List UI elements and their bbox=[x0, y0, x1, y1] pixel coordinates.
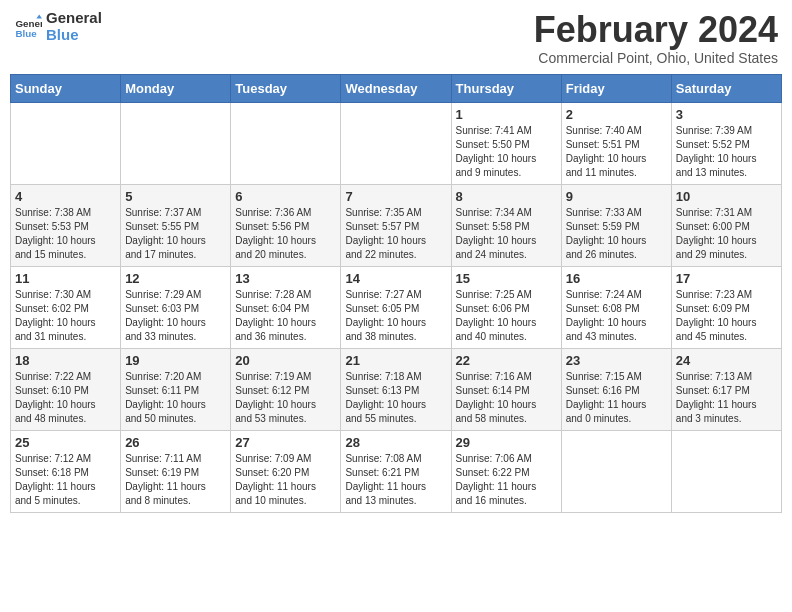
calendar-cell bbox=[341, 102, 451, 184]
day-number: 4 bbox=[15, 189, 116, 204]
day-number: 24 bbox=[676, 353, 777, 368]
calendar-cell: 5Sunrise: 7:37 AM Sunset: 5:55 PM Daylig… bbox=[121, 184, 231, 266]
day-number: 16 bbox=[566, 271, 667, 286]
calendar-cell: 28Sunrise: 7:08 AM Sunset: 6:21 PM Dayli… bbox=[341, 430, 451, 512]
week-row-4: 18Sunrise: 7:22 AM Sunset: 6:10 PM Dayli… bbox=[11, 348, 782, 430]
day-info: Sunrise: 7:33 AM Sunset: 5:59 PM Dayligh… bbox=[566, 206, 667, 262]
day-number: 10 bbox=[676, 189, 777, 204]
day-number: 8 bbox=[456, 189, 557, 204]
week-row-5: 25Sunrise: 7:12 AM Sunset: 6:18 PM Dayli… bbox=[11, 430, 782, 512]
calendar-cell: 15Sunrise: 7:25 AM Sunset: 6:06 PM Dayli… bbox=[451, 266, 561, 348]
day-info: Sunrise: 7:34 AM Sunset: 5:58 PM Dayligh… bbox=[456, 206, 557, 262]
day-info: Sunrise: 7:31 AM Sunset: 6:00 PM Dayligh… bbox=[676, 206, 777, 262]
weekday-header-friday: Friday bbox=[561, 74, 671, 102]
calendar-cell: 24Sunrise: 7:13 AM Sunset: 6:17 PM Dayli… bbox=[671, 348, 781, 430]
day-info: Sunrise: 7:08 AM Sunset: 6:21 PM Dayligh… bbox=[345, 452, 446, 508]
day-info: Sunrise: 7:15 AM Sunset: 6:16 PM Dayligh… bbox=[566, 370, 667, 426]
day-info: Sunrise: 7:19 AM Sunset: 6:12 PM Dayligh… bbox=[235, 370, 336, 426]
title-block: February 2024 Commercial Point, Ohio, Un… bbox=[534, 10, 778, 66]
calendar-cell: 3Sunrise: 7:39 AM Sunset: 5:52 PM Daylig… bbox=[671, 102, 781, 184]
week-row-3: 11Sunrise: 7:30 AM Sunset: 6:02 PM Dayli… bbox=[11, 266, 782, 348]
day-number: 15 bbox=[456, 271, 557, 286]
day-number: 12 bbox=[125, 271, 226, 286]
day-number: 27 bbox=[235, 435, 336, 450]
day-number: 11 bbox=[15, 271, 116, 286]
calendar-cell bbox=[561, 430, 671, 512]
calendar-cell: 11Sunrise: 7:30 AM Sunset: 6:02 PM Dayli… bbox=[11, 266, 121, 348]
calendar-cell: 25Sunrise: 7:12 AM Sunset: 6:18 PM Dayli… bbox=[11, 430, 121, 512]
day-number: 22 bbox=[456, 353, 557, 368]
day-info: Sunrise: 7:39 AM Sunset: 5:52 PM Dayligh… bbox=[676, 124, 777, 180]
weekday-header-sunday: Sunday bbox=[11, 74, 121, 102]
day-info: Sunrise: 7:09 AM Sunset: 6:20 PM Dayligh… bbox=[235, 452, 336, 508]
day-info: Sunrise: 7:12 AM Sunset: 6:18 PM Dayligh… bbox=[15, 452, 116, 508]
day-info: Sunrise: 7:18 AM Sunset: 6:13 PM Dayligh… bbox=[345, 370, 446, 426]
day-number: 3 bbox=[676, 107, 777, 122]
calendar-cell: 1Sunrise: 7:41 AM Sunset: 5:50 PM Daylig… bbox=[451, 102, 561, 184]
calendar-cell: 12Sunrise: 7:29 AM Sunset: 6:03 PM Dayli… bbox=[121, 266, 231, 348]
calendar-cell: 17Sunrise: 7:23 AM Sunset: 6:09 PM Dayli… bbox=[671, 266, 781, 348]
day-number: 2 bbox=[566, 107, 667, 122]
day-info: Sunrise: 7:11 AM Sunset: 6:19 PM Dayligh… bbox=[125, 452, 226, 508]
day-number: 19 bbox=[125, 353, 226, 368]
calendar-cell bbox=[671, 430, 781, 512]
day-number: 28 bbox=[345, 435, 446, 450]
day-info: Sunrise: 7:25 AM Sunset: 6:06 PM Dayligh… bbox=[456, 288, 557, 344]
calendar-cell: 26Sunrise: 7:11 AM Sunset: 6:19 PM Dayli… bbox=[121, 430, 231, 512]
day-number: 1 bbox=[456, 107, 557, 122]
week-row-2: 4Sunrise: 7:38 AM Sunset: 5:53 PM Daylig… bbox=[11, 184, 782, 266]
svg-text:Blue: Blue bbox=[15, 27, 37, 38]
calendar-cell bbox=[231, 102, 341, 184]
calendar-cell: 6Sunrise: 7:36 AM Sunset: 5:56 PM Daylig… bbox=[231, 184, 341, 266]
day-number: 26 bbox=[125, 435, 226, 450]
day-info: Sunrise: 7:36 AM Sunset: 5:56 PM Dayligh… bbox=[235, 206, 336, 262]
day-number: 29 bbox=[456, 435, 557, 450]
day-number: 25 bbox=[15, 435, 116, 450]
logo-general: General bbox=[46, 10, 102, 27]
location-subtitle: Commercial Point, Ohio, United States bbox=[534, 50, 778, 66]
page-header: General Blue General Blue February 2024 … bbox=[10, 10, 782, 66]
week-row-1: 1Sunrise: 7:41 AM Sunset: 5:50 PM Daylig… bbox=[11, 102, 782, 184]
calendar-cell: 9Sunrise: 7:33 AM Sunset: 5:59 PM Daylig… bbox=[561, 184, 671, 266]
month-year-title: February 2024 bbox=[534, 10, 778, 50]
calendar-cell bbox=[121, 102, 231, 184]
calendar-cell: 14Sunrise: 7:27 AM Sunset: 6:05 PM Dayli… bbox=[341, 266, 451, 348]
weekday-header-saturday: Saturday bbox=[671, 74, 781, 102]
day-number: 7 bbox=[345, 189, 446, 204]
calendar-cell: 13Sunrise: 7:28 AM Sunset: 6:04 PM Dayli… bbox=[231, 266, 341, 348]
calendar-cell: 16Sunrise: 7:24 AM Sunset: 6:08 PM Dayli… bbox=[561, 266, 671, 348]
calendar-cell: 8Sunrise: 7:34 AM Sunset: 5:58 PM Daylig… bbox=[451, 184, 561, 266]
day-info: Sunrise: 7:24 AM Sunset: 6:08 PM Dayligh… bbox=[566, 288, 667, 344]
calendar-cell: 20Sunrise: 7:19 AM Sunset: 6:12 PM Dayli… bbox=[231, 348, 341, 430]
day-info: Sunrise: 7:20 AM Sunset: 6:11 PM Dayligh… bbox=[125, 370, 226, 426]
day-number: 17 bbox=[676, 271, 777, 286]
day-info: Sunrise: 7:06 AM Sunset: 6:22 PM Dayligh… bbox=[456, 452, 557, 508]
calendar-cell: 19Sunrise: 7:20 AM Sunset: 6:11 PM Dayli… bbox=[121, 348, 231, 430]
weekday-header-monday: Monday bbox=[121, 74, 231, 102]
day-info: Sunrise: 7:41 AM Sunset: 5:50 PM Dayligh… bbox=[456, 124, 557, 180]
weekday-header-row: SundayMondayTuesdayWednesdayThursdayFrid… bbox=[11, 74, 782, 102]
day-info: Sunrise: 7:13 AM Sunset: 6:17 PM Dayligh… bbox=[676, 370, 777, 426]
day-info: Sunrise: 7:22 AM Sunset: 6:10 PM Dayligh… bbox=[15, 370, 116, 426]
calendar-cell: 22Sunrise: 7:16 AM Sunset: 6:14 PM Dayli… bbox=[451, 348, 561, 430]
day-number: 5 bbox=[125, 189, 226, 204]
calendar-cell: 21Sunrise: 7:18 AM Sunset: 6:13 PM Dayli… bbox=[341, 348, 451, 430]
day-info: Sunrise: 7:23 AM Sunset: 6:09 PM Dayligh… bbox=[676, 288, 777, 344]
calendar-cell: 27Sunrise: 7:09 AM Sunset: 6:20 PM Dayli… bbox=[231, 430, 341, 512]
weekday-header-wednesday: Wednesday bbox=[341, 74, 451, 102]
calendar-cell: 18Sunrise: 7:22 AM Sunset: 6:10 PM Dayli… bbox=[11, 348, 121, 430]
day-info: Sunrise: 7:28 AM Sunset: 6:04 PM Dayligh… bbox=[235, 288, 336, 344]
day-number: 20 bbox=[235, 353, 336, 368]
day-number: 13 bbox=[235, 271, 336, 286]
calendar-cell: 29Sunrise: 7:06 AM Sunset: 6:22 PM Dayli… bbox=[451, 430, 561, 512]
day-number: 6 bbox=[235, 189, 336, 204]
weekday-header-tuesday: Tuesday bbox=[231, 74, 341, 102]
day-info: Sunrise: 7:38 AM Sunset: 5:53 PM Dayligh… bbox=[15, 206, 116, 262]
svg-marker-2 bbox=[36, 14, 42, 18]
day-info: Sunrise: 7:37 AM Sunset: 5:55 PM Dayligh… bbox=[125, 206, 226, 262]
day-info: Sunrise: 7:30 AM Sunset: 6:02 PM Dayligh… bbox=[15, 288, 116, 344]
calendar-cell: 7Sunrise: 7:35 AM Sunset: 5:57 PM Daylig… bbox=[341, 184, 451, 266]
calendar-cell bbox=[11, 102, 121, 184]
calendar-cell: 10Sunrise: 7:31 AM Sunset: 6:00 PM Dayli… bbox=[671, 184, 781, 266]
day-info: Sunrise: 7:29 AM Sunset: 6:03 PM Dayligh… bbox=[125, 288, 226, 344]
